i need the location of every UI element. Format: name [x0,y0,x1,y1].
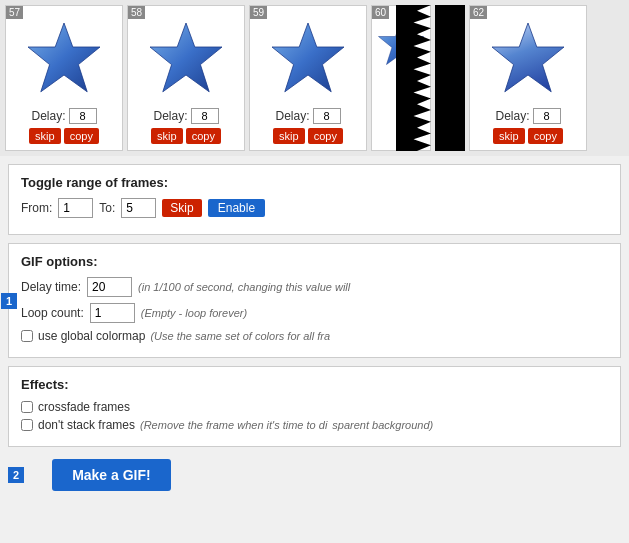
crossfade-checkbox[interactable] [21,401,33,413]
frame-number-59: 59 [250,6,267,19]
skip-button-62[interactable]: skip [493,128,525,144]
enable-button[interactable]: Enable [208,199,265,217]
frame-delay-62: Delay: [495,108,560,124]
badge-1: 1 [1,293,17,309]
star-icon-57 [24,19,104,99]
colormap-label: use global colormap [38,329,145,343]
svg-marker-1 [150,23,222,92]
frame-star-62 [483,14,573,104]
copy-button-59[interactable]: copy [308,128,343,144]
no-stack-hint2: sparent background) [332,419,433,431]
loop-count-label: Loop count: [21,306,84,320]
from-input[interactable] [58,198,93,218]
no-stack-checkbox[interactable] [21,419,33,431]
colormap-hint: (Use the same set of colors for all fra [150,330,330,342]
frame-buttons-57: skip copy [29,128,99,144]
skip-button-58[interactable]: skip [151,128,183,144]
torn-area: 60 [371,5,431,151]
copy-button-57[interactable]: copy [64,128,99,144]
effects-title: Effects: [21,377,608,392]
delay-row: Delay time: (in 1/100 of second, changin… [21,277,608,297]
black-gap [435,5,465,151]
effects-section: Effects: crossfade frames don't stack fr… [8,366,621,447]
skip-button-57[interactable]: skip [29,128,61,144]
make-gif-button[interactable]: Make a GIF! [52,459,171,491]
frame-card-59: 59 Delay: skip copy [249,5,367,151]
make-gif-section: 2 Make a GIF! [8,459,621,491]
no-stack-hint: (Remove the frame when it's time to di [140,419,327,431]
gif-options-title: GIF options: [21,254,608,269]
frames-area: 57 Delay: skip copy 58 [0,0,629,156]
gif-options-badge: 1 [1,294,17,308]
frame-delay-57: Delay: [31,108,96,124]
loop-hint: (Empty - loop forever) [141,307,247,319]
delay-input-57[interactable] [69,108,97,124]
toggle-title: Toggle range of frames: [21,175,608,190]
skip-button-59[interactable]: skip [273,128,305,144]
colormap-row: use global colormap (Use the same set of… [21,329,608,343]
delay-label-62: Delay: [495,109,529,123]
svg-marker-2 [272,23,344,92]
frame-number-57: 57 [6,6,23,19]
frame-buttons-58: skip copy [151,128,221,144]
gif-options-section: 1 GIF options: Delay time: (in 1/100 of … [8,243,621,358]
frame-star-59 [263,14,353,104]
frame-star-57 [19,14,109,104]
star-icon-62 [488,19,568,99]
from-label: From: [21,201,52,215]
delay-label-59: Delay: [275,109,309,123]
copy-button-58[interactable]: copy [186,128,221,144]
delay-time-label: Delay time: [21,280,81,294]
frame-card-62: 62 Delay: skip copy [469,5,587,151]
frame-star-58 [141,14,231,104]
star-icon-59 [268,19,348,99]
frame-number-62: 62 [470,6,487,19]
frame-card-57: 57 Delay: skip copy [5,5,123,151]
delay-input-59[interactable] [313,108,341,124]
svg-marker-4 [492,23,564,92]
to-input[interactable] [121,198,156,218]
frame-delay-59: Delay: [275,108,340,124]
frame-delay-58: Delay: [153,108,218,124]
toggle-frames-section: Toggle range of frames: From: To: Skip E… [8,164,621,235]
to-label: To: [99,201,115,215]
no-stack-label: don't stack frames [38,418,135,432]
copy-button-62[interactable]: copy [528,128,563,144]
delay-time-input[interactable] [87,277,132,297]
svg-marker-0 [28,23,100,92]
toggle-row: From: To: Skip Enable [21,198,608,218]
star-icon-58 [146,19,226,99]
badge-2: 2 [8,467,24,483]
torn-edge-right [445,5,465,151]
delay-hint: (in 1/100 of second, changing this value… [138,281,350,293]
delay-input-58[interactable] [191,108,219,124]
delay-label-57: Delay: [31,109,65,123]
crossfade-row: crossfade frames [21,400,608,414]
frame-number-58: 58 [128,6,145,19]
colormap-checkbox[interactable] [21,330,33,342]
skip-range-button[interactable]: Skip [162,199,201,217]
crossfade-label: crossfade frames [38,400,130,414]
frame-buttons-59: skip copy [273,128,343,144]
frame-buttons-62: skip copy [493,128,563,144]
frame-number-60: 60 [372,6,389,19]
loop-count-input[interactable] [90,303,135,323]
loop-row: Loop count: (Empty - loop forever) [21,303,608,323]
frame-card-58: 58 Delay: skip copy [127,5,245,151]
no-stack-row: don't stack frames (Remove the frame whe… [21,418,608,432]
delay-label-58: Delay: [153,109,187,123]
delay-input-62[interactable] [533,108,561,124]
